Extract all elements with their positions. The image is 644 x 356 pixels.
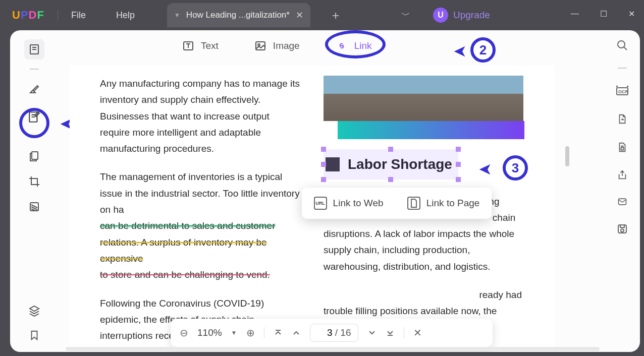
layers-button[interactable]	[28, 305, 40, 317]
callout-number-2: 2	[470, 37, 496, 63]
ocr-button[interactable]: OCR	[616, 85, 629, 97]
zoom-out-button[interactable]: ⊖	[180, 327, 188, 339]
convert-button[interactable]	[617, 113, 628, 125]
text-run: ready had	[479, 289, 522, 300]
first-page-button[interactable]	[274, 328, 283, 337]
svg-point-14	[618, 41, 625, 48]
share-button[interactable]	[616, 169, 628, 181]
body-text: Any manufacturing company has to manage …	[100, 76, 300, 157]
callout-number-3: 3	[503, 155, 528, 181]
crop-tool[interactable]	[24, 171, 44, 192]
organize-tool[interactable]	[24, 146, 44, 166]
text-tool[interactable]: Text	[182, 39, 219, 52]
body-text: Manufacturing operations that had alread…	[324, 287, 524, 320]
scrollbar-horizontal[interactable]	[66, 347, 600, 351]
left-column: Any manufacturing company has to manage …	[100, 76, 300, 348]
text-tool-label: Text	[201, 40, 219, 51]
divider	[58, 10, 58, 21]
protect-button[interactable]	[617, 141, 628, 153]
page-indicator: / 16	[310, 324, 359, 342]
page-separator: /	[335, 327, 338, 338]
selection-handle[interactable]	[456, 147, 461, 152]
maximize-button[interactable]: ☐	[600, 9, 607, 19]
document-tab[interactable]: ▼ How Leading ...gitalization* ✕	[167, 3, 310, 27]
selection-handle[interactable]	[388, 147, 393, 152]
svg-line-15	[624, 47, 627, 50]
selection-handle[interactable]	[321, 177, 326, 182]
body-text: The management of inventories is a typic…	[100, 169, 300, 283]
prev-page-button[interactable]	[292, 328, 301, 337]
layers-icon	[28, 305, 40, 317]
menu-help[interactable]: Help	[116, 10, 135, 21]
upgrade-chip[interactable]: U Upgrade	[433, 8, 490, 23]
zoom-in-button[interactable]: ⊕	[246, 327, 255, 339]
crop-icon	[28, 175, 40, 188]
main-container: ➤ 1 Text Image Link ➤ 2 OCR	[10, 30, 640, 352]
selection-handle[interactable]	[456, 177, 461, 182]
menu-file[interactable]: File	[71, 10, 86, 21]
minimize-button[interactable]: —	[571, 9, 579, 19]
upgrade-label: Upgrade	[453, 10, 490, 21]
pages-icon	[28, 150, 40, 162]
search-icon	[616, 39, 628, 51]
comment-tool[interactable]	[24, 79, 44, 99]
link-tool[interactable]: Link	[335, 39, 372, 52]
svg-rect-21	[620, 225, 624, 227]
tab-title: How Leading ...gitalization*	[186, 10, 290, 20]
bottom-toolbar: ⊖ 110% ▼ ⊕ / 16 ✕	[171, 319, 493, 347]
mail-icon	[616, 197, 628, 207]
divider	[264, 327, 264, 338]
selection-handle[interactable]	[456, 162, 461, 167]
callout-arrow-3: ➤	[478, 159, 492, 179]
image-tool[interactable]: Image	[254, 39, 300, 52]
selection-handle[interactable]	[388, 177, 393, 182]
callout-ring-2	[325, 30, 386, 58]
page-total: 16	[340, 327, 351, 338]
new-tab-button[interactable]: ＋	[330, 7, 342, 23]
scrollbar-vertical[interactable]	[565, 146, 569, 166]
logo-letter: U	[12, 9, 21, 21]
heading-text: Labor Shortage	[348, 152, 452, 176]
tab-dropdown-icon[interactable]: ﹀	[401, 9, 410, 21]
left-sidebar	[10, 30, 59, 352]
link-to-page-button[interactable]: Link to Page	[407, 197, 480, 210]
search-button[interactable]	[616, 39, 628, 51]
link-to-web-label: Link to Web	[333, 198, 384, 209]
last-page-button[interactable]	[386, 328, 395, 337]
selected-heading[interactable]: Labor Shortage	[324, 149, 458, 180]
bookmark-button[interactable]	[29, 330, 40, 341]
app-logo: UPDF	[12, 9, 44, 22]
zoom-dropdown[interactable]: ▼	[231, 329, 237, 336]
window-controls: — ☐ ✕	[571, 9, 635, 19]
save-button[interactable]	[616, 223, 628, 235]
tab-chevron-icon: ▼	[174, 12, 180, 19]
page-input[interactable]	[317, 327, 333, 338]
next-page-button[interactable]	[367, 328, 377, 337]
image-gradient-bar	[338, 121, 524, 139]
link-to-web-button[interactable]: URL Link to Web	[314, 197, 384, 210]
lock-file-icon	[617, 141, 628, 153]
page-icon	[407, 197, 420, 210]
link-popup: URL Link to Web Link to Page	[302, 188, 492, 219]
email-button[interactable]	[616, 197, 628, 207]
reader-tool[interactable]	[24, 39, 44, 60]
title-bar: UPDF File Help ▼ How Leading ...gitaliza…	[0, 0, 644, 30]
svg-point-22	[621, 229, 624, 232]
svg-rect-6	[32, 152, 38, 159]
selection-handle[interactable]	[321, 147, 326, 152]
highlighter-icon	[28, 83, 40, 95]
bookmark-icon	[29, 330, 40, 341]
strikethrough-text: to store and can be challenging to vend.	[100, 269, 270, 280]
close-toolbar-button[interactable]: ✕	[413, 327, 422, 339]
callout-ring-1	[19, 108, 49, 138]
text-run: The management of inventories is a typic…	[100, 171, 300, 215]
link-to-page-label: Link to Page	[426, 198, 480, 209]
tab-strip: ▼ How Leading ...gitalization* ✕ ＋ ﹀	[165, 3, 410, 27]
redact-tool[interactable]	[24, 197, 44, 217]
close-button[interactable]: ✕	[628, 9, 635, 19]
text-icon	[182, 39, 195, 52]
close-tab-button[interactable]: ✕	[296, 10, 303, 21]
selection-handle[interactable]	[321, 162, 326, 167]
document-image	[324, 76, 523, 121]
right-sidebar: OCR	[605, 30, 640, 352]
